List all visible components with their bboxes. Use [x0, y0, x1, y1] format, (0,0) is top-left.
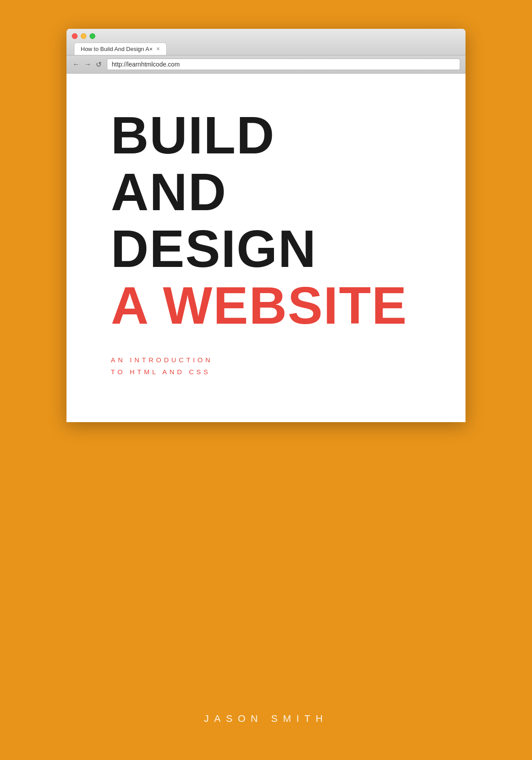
browser-window: How to Build And Design A× ✕ ← → ↺ BUILD…	[66, 29, 466, 422]
title-website: A WEBSITE	[111, 279, 407, 332]
author-name: JASON SMITH	[204, 713, 328, 725]
title-design: DESIGN	[111, 223, 317, 275]
minimize-dot[interactable]	[81, 33, 86, 39]
back-button[interactable]: ←	[72, 60, 81, 68]
browser-addressbar: ← → ↺	[66, 55, 466, 74]
subtitle: AN INTRODUCTION TO HTML AND CSS	[111, 354, 213, 378]
subtitle-line1: AN INTRODUCTION	[111, 356, 213, 364]
browser-dots	[72, 33, 460, 39]
title-and: AND	[111, 166, 227, 218]
maximize-dot[interactable]	[90, 33, 95, 39]
tab-close-button[interactable]: ✕	[156, 46, 160, 52]
browser-titlebar: How to Build And Design A× ✕	[66, 29, 466, 55]
refresh-button[interactable]: ↺	[95, 60, 102, 69]
browser-tab[interactable]: How to Build And Design A× ✕	[74, 43, 167, 55]
nav-buttons: ← → ↺	[72, 60, 102, 69]
address-bar[interactable]	[107, 59, 460, 70]
subtitle-line2: TO HTML AND CSS	[111, 368, 211, 376]
title-build: BUILD	[111, 109, 275, 161]
tab-title: How to Build And Design A×	[81, 46, 153, 52]
forward-button[interactable]: →	[83, 60, 92, 68]
browser-content: BUILD AND DESIGN A WEBSITE AN INTRODUCTI…	[66, 74, 466, 422]
browser-tabs: How to Build And Design A× ✕	[74, 43, 460, 55]
close-dot[interactable]	[72, 33, 78, 39]
